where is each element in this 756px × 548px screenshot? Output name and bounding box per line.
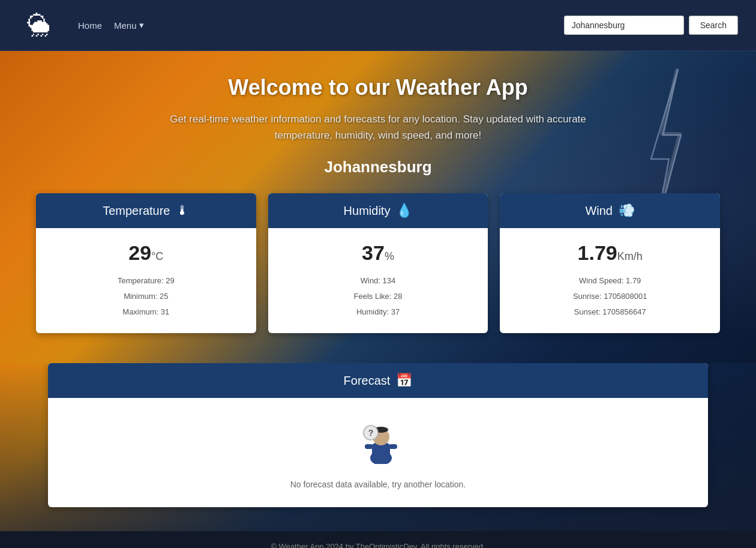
humidity-card-body: 37% Wind: 134 Feels Like: 28 Humidity: 3…: [268, 228, 488, 333]
temperature-card: Temperature 🌡 29°C Temperature: 29 Minim…: [36, 193, 256, 333]
navbar-right: Search: [564, 16, 738, 35]
droplet-icon: 💧: [396, 203, 412, 218]
wind-icon: 💨: [619, 203, 635, 218]
humidity-number: 37: [362, 241, 385, 264]
temperature-value: 29°C: [48, 241, 244, 265]
temperature-number: 29: [128, 241, 151, 264]
temperature-details: Temperature: 29 Minimum: 25 Maximum: 31: [48, 273, 244, 320]
feels-like-detail: Feels Like: 28: [280, 289, 476, 304]
wind-card-header: Wind 💨: [500, 193, 720, 228]
humidity-unit: %: [385, 250, 394, 262]
wind-speed-detail: Wind Speed: 1.79: [512, 273, 708, 289]
chevron-down-icon: ▾: [139, 20, 144, 31]
footer: © Weather App 2024 by TheOptimisticDev. …: [0, 531, 756, 548]
forecast-section: Forecast 📅: [48, 363, 708, 507]
wind-details: Wind Speed: 1.79 Sunrise: 1705808001 Sun…: [512, 273, 708, 320]
temperature-card-title: Temperature: [103, 204, 170, 218]
svg-text:?: ?: [368, 428, 374, 438]
temperature-unit: °C: [151, 250, 163, 262]
wind-card: Wind 💨 1.79Km/h Wind Speed: 1.79 Sunrise…: [500, 193, 720, 333]
forecast-no-data-text: No forecast data available, try another …: [290, 480, 466, 489]
nav-menu-label: Menu: [114, 20, 137, 31]
nav-links: Home Menu ▾: [78, 20, 144, 31]
navbar-left: 🌦 Home Menu ▾: [18, 6, 144, 45]
navbar: 🌦 Home Menu ▾ Search: [0, 0, 756, 51]
humidity-details: Wind: 134 Feels Like: 28 Humidity: 37: [280, 273, 476, 320]
thermometer-icon: 🌡: [176, 203, 189, 218]
app-logo: 🌦: [18, 6, 60, 45]
wind-value: 1.79Km/h: [512, 241, 708, 265]
hero-title: Welcome to our Weather App: [228, 75, 527, 100]
wind-card-body: 1.79Km/h Wind Speed: 1.79 Sunrise: 17058…: [500, 228, 720, 333]
content-area: Welcome to our Weather App Get real-time…: [0, 51, 756, 531]
humidity-card: Humidity 💧 37% Wind: 134 Feels Like: 28 …: [268, 193, 488, 333]
search-input[interactable]: [564, 16, 684, 35]
search-button[interactable]: Search: [689, 16, 738, 35]
humidity-card-header: Humidity 💧: [268, 193, 488, 228]
sections-wrapper: Forecast 📅: [0, 363, 756, 531]
humidity-card-title: Humidity: [344, 204, 391, 218]
humidity-value: 37%: [280, 241, 476, 265]
nav-menu-dropdown[interactable]: Menu ▾: [114, 20, 144, 31]
hero-subtitle: Get real-time weather information and fo…: [144, 111, 612, 143]
nav-home-link[interactable]: Home: [78, 20, 102, 31]
temperature-card-body: 29°C Temperature: 29 Minimum: 25 Maximum…: [36, 228, 256, 333]
weather-cards-row: Temperature 🌡 29°C Temperature: 29 Minim…: [36, 193, 720, 333]
calendar-icon: 📅: [396, 373, 412, 388]
humidity-detail: Humidity: 37: [280, 304, 476, 320]
wind-speed-unit: Km/h: [617, 250, 643, 262]
svg-rect-5: [389, 444, 397, 449]
temperature-max: Maximum: 31: [48, 304, 244, 320]
sunrise-detail: Sunrise: 1705808001: [512, 289, 708, 304]
hero-city: Johannesburg: [324, 158, 431, 176]
wind-detail: Wind: 134: [280, 273, 476, 289]
forecast-header: Forecast 📅: [48, 363, 708, 398]
wind-card-title: Wind: [585, 204, 613, 218]
temperature-current: Temperature: 29: [48, 273, 244, 289]
hero-section: Welcome to our Weather App Get real-time…: [0, 51, 756, 363]
no-data-icon: ?: [354, 416, 402, 471]
svg-rect-4: [365, 444, 373, 449]
sunset-detail: Sunset: 1705856647: [512, 304, 708, 320]
person-question-icon: ?: [354, 416, 402, 464]
footer-text: © Weather App 2024 by TheOptimisticDev. …: [271, 542, 485, 548]
logo-icon: 🌦: [27, 12, 51, 39]
svg-rect-1: [372, 443, 390, 460]
temperature-min: Minimum: 25: [48, 289, 244, 304]
wind-speed-number: 1.79: [578, 241, 617, 264]
temperature-card-header: Temperature 🌡: [36, 193, 256, 228]
forecast-body: ? No forecast data available, try anothe…: [48, 398, 708, 507]
forecast-title: Forecast: [344, 374, 391, 388]
